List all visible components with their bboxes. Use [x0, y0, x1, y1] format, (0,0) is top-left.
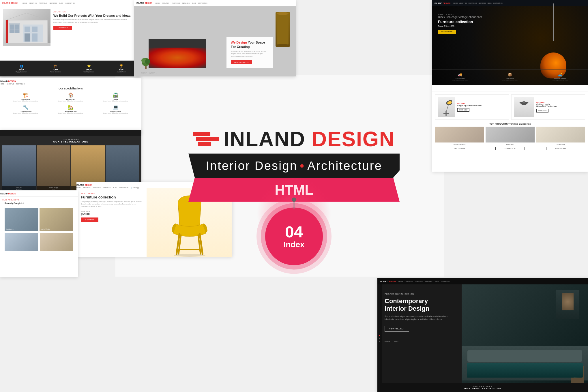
sr-nav — [432, 85, 588, 91]
spec-section-title: Our Specializations — [4, 87, 137, 90]
about-title: We Build Our Projects With Your Dreams a… — [53, 14, 136, 18]
fl-brand: INLAND DESIGN — [76, 184, 92, 186]
ct-side-dots — [377, 284, 382, 392]
trend-office: Office Furniture EXPLORE NOW — [435, 127, 484, 151]
spec-content: Our Specializations 🏗️ Architects Lorem … — [0, 84, 141, 117]
logo-bar-1 — [193, 132, 210, 136]
sale-title-2: Ceiling LightsMinimalist Collection — [536, 103, 557, 107]
logo-icon — [193, 132, 219, 146]
trend-label-2: BedRoom — [486, 142, 534, 146]
home-plan-icon: 🏠 — [49, 92, 92, 98]
explore-btn-1[interactable]: EXPLORE NOW — [445, 147, 474, 150]
stat-num-3: 200+ — [83, 68, 94, 71]
cd-order-btn[interactable]: ORDER NOW — [438, 30, 456, 34]
svg-rect-14 — [3, 43, 50, 46]
bedroom-bg — [462, 284, 588, 392]
ct-title: Contemporary Interior Design — [385, 297, 454, 313]
rc-brand: INLAND DESIGN — [0, 193, 16, 195]
fp-controls: ← PREV NEXT → — [138, 72, 158, 74]
chair-sofa-img — [536, 127, 585, 142]
stat-label-4: Award Winner — [117, 71, 126, 73]
plant-svg — [141, 53, 150, 69]
rc-sub-images — [2, 233, 76, 251]
cd-new-label: NEW TREAND — [438, 14, 482, 16]
ct-view-btn[interactable]: VIEW PROJECT — [385, 326, 409, 332]
svg-rect-3 — [15, 25, 19, 29]
fl-desc: Many things publishing packages and web … — [81, 200, 142, 208]
shipping-icon: 🚚 — [452, 73, 468, 77]
home-sell-icon: 🏡 — [49, 104, 92, 110]
dspec-nav — [0, 130, 141, 136]
rc-sub-img-1 — [5, 233, 38, 251]
stat-happy-customers: 👥 26k+ Happy Customers — [16, 64, 27, 73]
fp-main: We Design Your Space For Creating Euismo… — [134, 6, 296, 76]
spec-nav: INLAND DESIGN HOMEABOUT USPORTFOLIO — [0, 78, 141, 84]
explore-btn-2[interactable]: EXPLORE NOW — [495, 147, 525, 150]
fp-btn[interactable]: VIEW PROJECT → — [231, 60, 252, 64]
road-icon: 🛣️ — [94, 92, 137, 98]
card-fireplace: INLAND DESIGN HOMEABOUT USPORTFOLIO SERV… — [134, 0, 296, 76]
fp-next[interactable]: NEXT → — [149, 72, 158, 74]
fp-nav-links: HOMEABOUT USPORTFOLIO SERVICESBLOGCONTAC… — [155, 2, 207, 4]
fp-text-box: We Design Your Space For Creating Euismo… — [226, 37, 273, 68]
logo-bar-3 — [198, 142, 211, 146]
fp-title: We Design Your Space For Creating — [231, 40, 268, 49]
bed-pillows — [467, 350, 582, 362]
fl-shop-btn[interactable]: SHOP NOW — [81, 217, 98, 222]
fp-navbar: INLAND DESIGN HOMEABOUT USPORTFOLIO SERV… — [134, 0, 296, 6]
cd-lamp — [536, 3, 571, 67]
cd-features: 🚚 Fast Shipping neque aliquam enim ad mi… — [432, 70, 588, 81]
stat-label-1: Happy Customers — [16, 71, 27, 73]
svg-rect-7 — [25, 27, 30, 32]
about-label: ABOUT US — [53, 11, 136, 13]
rc-title: Recently Completed — [2, 201, 76, 206]
svg-line-13 — [27, 13, 48, 20]
fp-prev[interactable]: ← PREV — [138, 72, 147, 74]
furniture-icon: 🛋️ — [553, 73, 568, 77]
ct-bedroom-image — [462, 284, 588, 392]
bedroom-img — [486, 127, 534, 142]
ct-controls: PREV NEXT — [385, 340, 454, 342]
explore-btn-3[interactable]: EXPLORE NOW — [546, 147, 576, 150]
logo-bar-2 — [196, 137, 219, 141]
about-btn[interactable]: LEARN MORE — [53, 26, 72, 30]
sr-trending-row: Office Furniture EXPLORE NOW BedRoom EXP… — [435, 127, 585, 151]
ct-design-label: PROFESSIONAL DESIGN — [385, 293, 454, 295]
rc-projects: Architecture Interior Design — [2, 206, 76, 233]
svg-rect-19 — [277, 14, 289, 45]
ct-prev[interactable]: PREV — [385, 340, 390, 342]
card-shop-right: BIG SALE Lingnting Collection Sale SHOP … — [432, 85, 588, 172]
ceiling-image — [514, 97, 534, 117]
spec-item-architects: 🏗️ Architects Lorem ipsum dolor sit amet… — [4, 92, 47, 102]
svg-rect-10 — [32, 33, 38, 42]
svg-rect-5 — [15, 29, 19, 33]
fl-content: NEW TREAND Furniture collection Many thi… — [76, 188, 147, 257]
bedside-lamp — [556, 290, 579, 319]
ct-next[interactable]: NEXT — [394, 340, 400, 342]
svg-rect-11 — [6, 20, 8, 45]
badge-label: Index — [283, 240, 304, 249]
sr-sale-ceiling: BIG SALE Ceiling LightsMinimalist Collec… — [511, 94, 585, 120]
range-icon: 📦 — [502, 73, 518, 77]
fp-desc: Euismod tempor incididunt ut labore et d… — [231, 50, 268, 57]
index-badge: 04 Index — [265, 207, 323, 265]
fire-glow — [149, 48, 206, 68]
spec-brand: INLAND DESIGN — [0, 80, 16, 82]
fl-title: Furniture collection — [81, 195, 142, 200]
spec-grid: 🏗️ Architects Lorem ipsum dolor sit amet… — [4, 92, 137, 114]
sale-title-1: Lingnting Collection Sale — [457, 104, 482, 106]
sale-btn-1[interactable]: SHOP NOW — [457, 108, 469, 112]
svg-point-21 — [277, 44, 289, 47]
rc-nav: INLAND DESIGN — [0, 190, 78, 197]
ct-desc: Sed ut aliquip ut aliquam enim adipis mi… — [385, 315, 454, 321]
fp-brand: INLAND DESIGN — [136, 2, 152, 4]
fl-new-label: NEW TREAND — [81, 192, 142, 194]
stats-bar: 👥 26k+ Happy Customers 🏗️ 700+ Project C… — [0, 61, 141, 76]
card-contemporary: INLAND DESIGN HOME● ABOUT US PORTFOLIOSE… — [377, 278, 588, 392]
trending-title: TOP PRODUCTS Trending Categories — [435, 123, 585, 125]
rc-proj-2: Interior Design — [40, 208, 73, 231]
dspec-img-2: Interior DesignInterior — [37, 145, 70, 192]
ct-left-content: PROFESSIONAL DESIGN Contemporary Interio… — [377, 284, 462, 392]
sale-btn-2[interactable]: SHOP NOW — [536, 109, 548, 112]
lamp-base — [553, 3, 554, 41]
